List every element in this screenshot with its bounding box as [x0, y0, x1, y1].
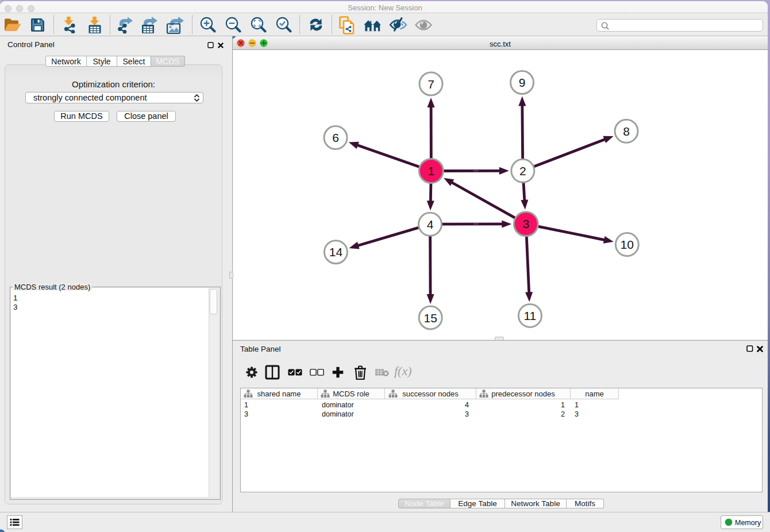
svg-text:2: 2 [519, 164, 526, 178]
svg-text:7: 7 [428, 78, 434, 91]
svg-text:4: 4 [427, 218, 434, 231]
svg-text:3: 3 [522, 217, 529, 230]
svg-text:10: 10 [621, 238, 634, 251]
svg-text:6: 6 [332, 131, 339, 144]
svg-text:15: 15 [424, 311, 437, 325]
svg-text:8: 8 [623, 125, 630, 138]
svg-text:9: 9 [519, 76, 526, 89]
svg-text:14: 14 [329, 245, 343, 259]
svg-text:11: 11 [523, 309, 536, 322]
svg-text:1: 1 [428, 164, 434, 178]
